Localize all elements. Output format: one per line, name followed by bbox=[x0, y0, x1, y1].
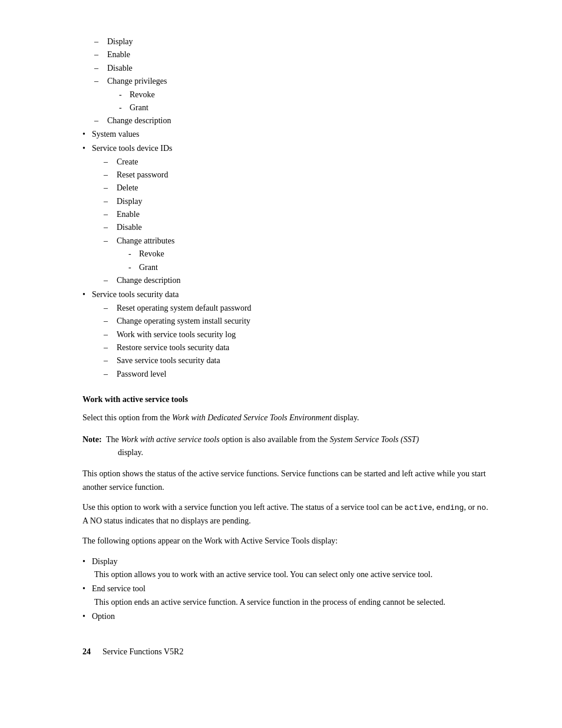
display-desc: This option allows you to work with an a… bbox=[94, 568, 491, 581]
list-item: Change description bbox=[94, 114, 491, 127]
list-item: Display bbox=[94, 35, 491, 48]
note-block: Note: The Work with active service tools… bbox=[82, 433, 491, 460]
no-mono: no bbox=[477, 503, 487, 512]
list-item: Work with service tools security log bbox=[104, 328, 491, 341]
list-item: Change description bbox=[104, 274, 491, 287]
list-item: Disable bbox=[104, 221, 491, 234]
list-item: Restore service tools security data bbox=[104, 341, 491, 354]
security-data-list: Reset operating system default password … bbox=[104, 302, 491, 381]
page-number: 24 bbox=[82, 647, 91, 657]
end-service-desc: This option ends an active service funct… bbox=[94, 596, 491, 609]
list-item: End service tool This option ends an act… bbox=[82, 582, 491, 609]
footer-text: Service Functions V5R2 bbox=[103, 647, 183, 657]
list-item: Grant bbox=[119, 101, 491, 114]
paragraph-3: The following options appear on the Work… bbox=[82, 535, 491, 548]
list-item: Service tools device IDs Create Reset pa… bbox=[82, 142, 491, 287]
active-mono: active bbox=[405, 503, 432, 512]
list-item: Grant bbox=[128, 261, 491, 274]
list-item: Reset password bbox=[104, 169, 491, 182]
list-item: Reset operating system default password bbox=[104, 302, 491, 315]
page-container: Display Enable Disable Change privileges… bbox=[0, 0, 562, 692]
list-item: Service tools security data Reset operat… bbox=[82, 288, 491, 381]
list-item: Revoke bbox=[119, 88, 491, 101]
bottom-bullet-list: Display This option allows you to work w… bbox=[82, 555, 491, 624]
list-item: Change operating system install security bbox=[104, 315, 491, 328]
list-item: Display bbox=[104, 195, 491, 208]
initial-sub-list: Display Enable Disable Change privileges… bbox=[94, 35, 491, 128]
note-italic-1: Work with active service tools bbox=[121, 435, 219, 444]
ending-mono: ending bbox=[437, 503, 464, 512]
device-ids-list: Create Reset password Delete Display Ena… bbox=[104, 156, 491, 288]
intro-italic: Work with Dedicated Service Tools Enviro… bbox=[172, 413, 332, 422]
work-with-active-section: Work with active service tools Select th… bbox=[82, 395, 491, 623]
note-first-line: Note: The Work with active service tools… bbox=[82, 433, 491, 446]
list-item: Option bbox=[82, 610, 491, 623]
list-item: Password level bbox=[104, 368, 491, 381]
main-bullet-list: System values Service tools device IDs C… bbox=[82, 128, 491, 381]
change-attributes-list: RevokeGrant bbox=[128, 248, 491, 274]
list-item: Display This option allows you to work w… bbox=[82, 555, 491, 582]
list-item: Create bbox=[104, 156, 491, 169]
paragraph-1: This option shows the status of the acti… bbox=[82, 467, 491, 494]
paragraph-2: Use this option to work with a service f… bbox=[82, 501, 491, 528]
list-item: Save service tools security data bbox=[104, 354, 491, 367]
list-item: Change privileges RevokeGrant bbox=[94, 75, 491, 114]
note-continuation: display. bbox=[118, 446, 491, 459]
page-footer: 24 Service Functions V5R2 bbox=[82, 647, 491, 657]
list-item: System values bbox=[82, 128, 491, 141]
change-privileges-list: RevokeGrant bbox=[119, 88, 491, 115]
list-item: Disable bbox=[94, 62, 491, 75]
list-item: Delete bbox=[104, 182, 491, 195]
section-heading: Work with active service tools bbox=[82, 395, 491, 404]
list-item: Change attributes RevokeGrant bbox=[104, 235, 491, 274]
note-italic-2: System Service Tools (SST) bbox=[330, 435, 419, 444]
section-intro: Select this option from the Work with De… bbox=[82, 411, 491, 424]
list-item: Enable bbox=[104, 208, 491, 221]
list-item: Enable bbox=[94, 48, 491, 61]
list-item: Revoke bbox=[128, 248, 491, 261]
